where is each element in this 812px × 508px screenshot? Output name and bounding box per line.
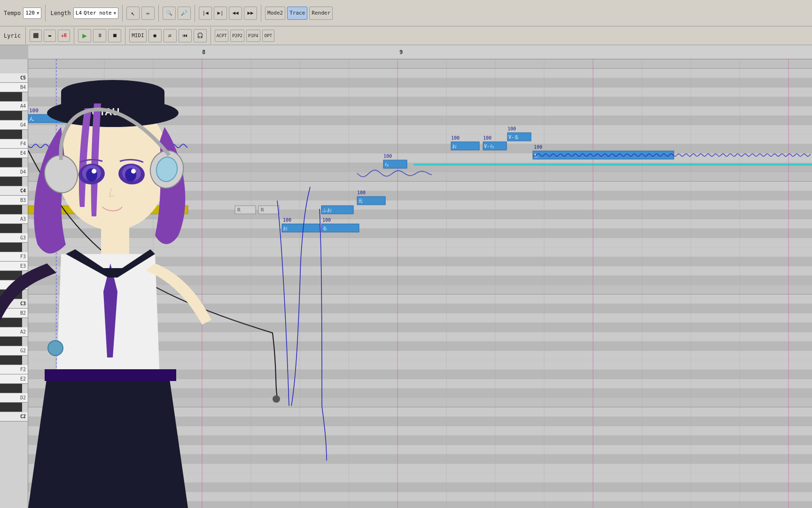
svg-rect-48 — [28, 285, 812, 294]
key-gs2[interactable] — [0, 337, 22, 346]
tempo-dropdown[interactable]: 120 ▼ — [23, 8, 41, 19]
render-button[interactable]: Render — [309, 7, 333, 20]
tempo-arrow: ▼ — [37, 11, 39, 16]
next-note-button[interactable]: ▶▶ — [244, 7, 257, 20]
midi-label: MIDI — [132, 32, 144, 39]
key-fs2[interactable] — [0, 356, 22, 365]
prev-note-icon: ◀◀ — [232, 10, 238, 16]
svg-rect-24 — [28, 172, 812, 182]
key-c2[interactable]: C2 — [0, 412, 28, 421]
opt-button[interactable]: OPT — [262, 30, 274, 42]
pause-button[interactable]: ⏸ — [93, 29, 106, 42]
svg-rect-84 — [28, 454, 812, 464]
svg-rect-0 — [28, 59, 812, 69]
key-fs3[interactable] — [0, 243, 22, 252]
goto-end-button[interactable]: ▶| — [214, 7, 227, 20]
opt-label: OPT — [265, 33, 272, 38]
svg-rect-30 — [28, 200, 812, 210]
length-value: L4 — [76, 10, 82, 16]
svg-rect-34 — [28, 219, 812, 229]
key-gs3[interactable] — [0, 224, 22, 233]
dot-button[interactable]: ● — [148, 29, 162, 42]
key-e4[interactable]: E4 — [0, 149, 28, 158]
p1p4-label: P1P4 — [248, 33, 258, 38]
key-a2[interactable]: A2 — [0, 327, 28, 337]
key-c5[interactable]: C5 — [0, 73, 28, 83]
acpt-button[interactable]: ACPT — [215, 30, 229, 42]
mode2-button[interactable]: Mode2 — [265, 7, 285, 20]
svg-rect-76 — [28, 417, 812, 426]
play-button[interactable]: ▶ — [78, 29, 91, 42]
key-d3[interactable]: D3 — [0, 280, 28, 290]
svg-rect-8 — [28, 97, 812, 106]
tempo-label: Tempo — [3, 10, 22, 16]
key-f2[interactable]: F2 — [0, 365, 28, 374]
key-d2[interactable]: D2 — [0, 393, 28, 403]
key-cs2[interactable] — [0, 403, 22, 412]
svg-rect-52 — [28, 304, 812, 313]
svg-rect-72 — [28, 398, 812, 407]
loop-button[interactable]: ⇄ — [164, 29, 177, 42]
key-ds3[interactable] — [0, 271, 22, 280]
key-a4[interactable]: A4 — [0, 102, 28, 111]
zoom-out-button[interactable]: 🔎 — [178, 7, 191, 20]
key-g2[interactable]: G2 — [0, 346, 28, 356]
headphone-button[interactable]: 🎧 — [194, 29, 207, 42]
svg-rect-56 — [28, 323, 812, 332]
grid-area[interactable] — [28, 59, 812, 508]
length-arrow: ▼ — [114, 11, 116, 16]
key-as2[interactable] — [0, 318, 22, 327]
key-as4[interactable] — [0, 92, 22, 102]
edit-button[interactable]: ▬ — [44, 30, 56, 42]
p2p2-button[interactable]: P2P2 — [230, 30, 244, 42]
stop-button[interactable]: ⏹ — [108, 29, 121, 42]
key-as3[interactable] — [0, 205, 22, 214]
key-f3[interactable]: F3 — [0, 252, 28, 262]
length-label: Length — [49, 10, 71, 16]
cursor-tool-button[interactable] — [126, 7, 140, 20]
rewind-button[interactable]: ⏮ — [179, 29, 192, 42]
p2p2-label: P2P2 — [232, 33, 242, 38]
length-unit: Qter note — [84, 10, 112, 16]
goto-start-icon: |◀ — [202, 10, 208, 16]
key-b3[interactable]: B3 — [0, 196, 28, 205]
pencil-tool-button[interactable] — [141, 7, 155, 20]
key-g4[interactable]: G4 — [0, 120, 28, 130]
svg-rect-26 — [28, 182, 812, 191]
goto-start-button[interactable]: |◀ — [199, 7, 212, 20]
record-button[interactable]: ⬛ — [30, 30, 42, 42]
key-ds2[interactable] — [0, 384, 22, 393]
key-cs4[interactable] — [0, 177, 22, 186]
length-dropdown[interactable]: L4 Qter note ▼ — [73, 8, 118, 19]
key-c3[interactable]: C3 — [0, 299, 28, 309]
key-fs4[interactable] — [0, 130, 22, 139]
sep9 — [211, 27, 211, 44]
zoom-in-button[interactable]: 🔍 — [163, 7, 176, 20]
play-icon: ▶ — [82, 31, 87, 40]
r-button[interactable]: +R — [58, 30, 70, 42]
svg-rect-38 — [28, 238, 812, 247]
svg-rect-10 — [28, 106, 812, 116]
svg-rect-14 — [28, 125, 812, 135]
svg-rect-70 — [28, 389, 812, 398]
pianoroll: 8 9 C5 B4 A4 G4 F4 E4 D4 C4 B3 A3 G3 F3 … — [0, 45, 812, 508]
key-f4[interactable]: F4 — [0, 139, 28, 149]
trace-button[interactable]: Trace — [287, 7, 307, 20]
key-ds4[interactable] — [0, 158, 22, 167]
key-d4[interactable]: D4 — [0, 167, 28, 177]
midi-button[interactable]: MIDI — [129, 29, 147, 42]
svg-rect-80 — [28, 436, 812, 445]
key-a3[interactable]: A3 — [0, 214, 28, 224]
key-e3[interactable]: E3 — [0, 262, 28, 271]
zoom-in-icon: 🔍 — [166, 10, 172, 16]
key-g3[interactable]: G3 — [0, 233, 28, 243]
key-b2[interactable]: B2 — [0, 309, 28, 318]
prev-note-button[interactable]: ◀◀ — [229, 7, 242, 20]
key-c4[interactable]: C4 — [0, 186, 28, 196]
p1p4-button[interactable]: P1P4 — [246, 30, 260, 42]
key-gs4[interactable] — [0, 111, 22, 120]
svg-rect-78 — [28, 426, 812, 436]
key-b4[interactable]: B4 — [0, 83, 28, 92]
key-e2[interactable]: E2 — [0, 374, 28, 384]
key-cs3[interactable] — [0, 290, 22, 299]
